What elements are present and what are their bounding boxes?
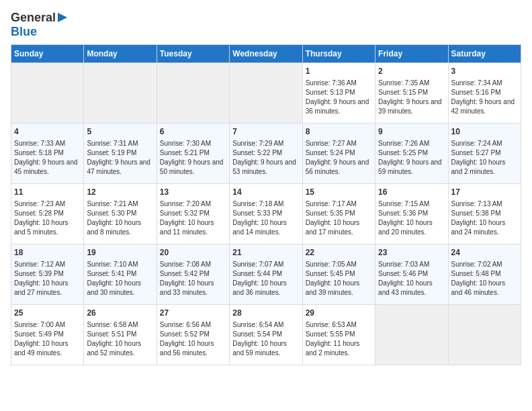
calendar-cell: 24Sunrise: 7:02 AMSunset: 5:48 PMDayligh… (448, 244, 521, 305)
sunset-text: Sunset: 5:30 PM (87, 210, 136, 217)
calendar-cell (375, 305, 448, 365)
sunrise-text: Sunrise: 7:05 AM (306, 261, 357, 268)
daylight-text: Daylight: 10 hours and 2 minutes. (451, 158, 506, 175)
day-number: 26 (87, 308, 153, 319)
calendar-cell: 5Sunrise: 7:31 AMSunset: 5:19 PMDaylight… (84, 124, 157, 184)
sunrise-text: Sunrise: 7:00 AM (14, 321, 65, 328)
sunrise-text: Sunrise: 6:53 AM (306, 321, 357, 328)
day-number: 5 (87, 126, 153, 138)
sunrise-text: Sunrise: 7:29 AM (232, 140, 283, 147)
page-header: General Blue (11, 11, 521, 39)
day-number: 13 (160, 187, 226, 198)
sunrise-text: Sunrise: 6:56 AM (160, 321, 211, 328)
logo: General Blue (11, 11, 67, 39)
sunset-text: Sunset: 5:54 PM (232, 330, 282, 338)
calendar-cell (230, 63, 302, 124)
daylight-text: Daylight: 10 hours and 56 minutes. (160, 340, 214, 357)
sunset-text: Sunset: 5:42 PM (160, 270, 210, 277)
daylight-text: Daylight: 10 hours and 59 minutes. (232, 340, 287, 357)
weekday-header-tuesday: Tuesday (157, 45, 229, 63)
sunset-text: Sunset: 5:51 PM (87, 330, 136, 338)
sunset-text: Sunset: 5:38 PM (451, 210, 501, 217)
sunrise-text: Sunrise: 7:26 AM (378, 140, 429, 147)
daylight-text: Daylight: 9 hours and 50 minutes. (160, 158, 224, 175)
calendar-cell: 13Sunrise: 7:20 AMSunset: 5:32 PMDayligh… (157, 184, 229, 244)
sunrise-text: Sunrise: 7:33 AM (14, 140, 65, 147)
daylight-text: Daylight: 10 hours and 24 minutes. (451, 219, 506, 236)
calendar-cell: 19Sunrise: 7:10 AMSunset: 5:41 PMDayligh… (84, 244, 157, 305)
daylight-text: Daylight: 11 hours and 2 minutes. (306, 340, 360, 357)
daylight-text: Daylight: 9 hours and 53 minutes. (232, 158, 296, 175)
calendar-cell: 3Sunrise: 7:34 AMSunset: 5:16 PMDaylight… (448, 63, 521, 124)
calendar-cell (448, 305, 521, 365)
day-number: 1 (306, 66, 372, 77)
sunset-text: Sunset: 5:55 PM (306, 330, 355, 338)
sunrise-text: Sunrise: 7:36 AM (306, 79, 357, 87)
sunrise-text: Sunrise: 7:07 AM (232, 261, 283, 268)
day-number: 17 (451, 187, 518, 198)
daylight-text: Daylight: 9 hours and 56 minutes. (306, 158, 369, 175)
calendar-cell: 8Sunrise: 7:27 AMSunset: 5:24 PMDaylight… (302, 124, 375, 184)
daylight-text: Daylight: 10 hours and 14 minutes. (232, 219, 287, 236)
sunrise-text: Sunrise: 7:24 AM (451, 140, 502, 147)
day-number: 29 (306, 308, 372, 319)
calendar-cell: 21Sunrise: 7:07 AMSunset: 5:44 PMDayligh… (230, 244, 302, 305)
sunset-text: Sunset: 5:39 PM (14, 270, 64, 277)
week-row-2: 4Sunrise: 7:33 AMSunset: 5:18 PMDaylight… (11, 124, 521, 184)
day-number: 24 (451, 247, 518, 259)
sunrise-text: Sunrise: 6:54 AM (232, 321, 283, 328)
weekday-header-sunday: Sunday (11, 45, 84, 63)
calendar-cell: 14Sunrise: 7:18 AMSunset: 5:33 PMDayligh… (230, 184, 302, 244)
sunset-text: Sunset: 5:15 PM (378, 89, 428, 96)
sunset-text: Sunset: 5:33 PM (232, 210, 282, 217)
sunrise-text: Sunrise: 7:03 AM (378, 261, 429, 268)
sunset-text: Sunset: 5:49 PM (14, 330, 64, 338)
sunrise-text: Sunrise: 7:31 AM (87, 140, 138, 147)
sunrise-text: Sunrise: 7:10 AM (87, 261, 138, 268)
sunrise-text: Sunrise: 6:58 AM (87, 321, 138, 328)
sunset-text: Sunset: 5:27 PM (451, 149, 501, 156)
daylight-text: Daylight: 10 hours and 11 minutes. (160, 219, 214, 236)
daylight-text: Daylight: 9 hours and 36 minutes. (306, 98, 369, 115)
daylight-text: Daylight: 9 hours and 59 minutes. (378, 158, 442, 175)
calendar-cell: 25Sunrise: 7:00 AMSunset: 5:49 PMDayligh… (11, 305, 84, 365)
sunset-text: Sunset: 5:18 PM (14, 149, 64, 156)
day-number: 10 (451, 126, 518, 138)
sunrise-text: Sunrise: 7:21 AM (87, 200, 138, 208)
weekday-header-wednesday: Wednesday (230, 45, 302, 63)
calendar-cell: 11Sunrise: 7:23 AMSunset: 5:28 PMDayligh… (11, 184, 84, 244)
weekday-header-saturday: Saturday (448, 45, 521, 63)
calendar-cell: 29Sunrise: 6:53 AMSunset: 5:55 PMDayligh… (302, 305, 375, 365)
sunrise-text: Sunrise: 7:30 AM (160, 140, 211, 147)
day-number: 15 (306, 187, 372, 198)
day-number: 27 (160, 308, 226, 319)
logo-arrow-icon (58, 13, 67, 25)
day-number: 3 (451, 66, 518, 77)
calendar-cell: 27Sunrise: 6:56 AMSunset: 5:52 PMDayligh… (157, 305, 229, 365)
sunset-text: Sunset: 5:32 PM (160, 210, 210, 217)
calendar-cell: 12Sunrise: 7:21 AMSunset: 5:30 PMDayligh… (84, 184, 157, 244)
calendar-cell: 10Sunrise: 7:24 AMSunset: 5:27 PMDayligh… (448, 124, 521, 184)
sunrise-text: Sunrise: 7:18 AM (232, 200, 283, 208)
calendar-cell: 23Sunrise: 7:03 AMSunset: 5:46 PMDayligh… (375, 244, 448, 305)
sunset-text: Sunset: 5:22 PM (232, 149, 282, 156)
calendar-cell: 17Sunrise: 7:13 AMSunset: 5:38 PMDayligh… (448, 184, 521, 244)
day-number: 4 (14, 126, 81, 138)
week-row-1: 1Sunrise: 7:36 AMSunset: 5:13 PMDaylight… (11, 63, 521, 124)
sunset-text: Sunset: 5:52 PM (160, 330, 210, 338)
sunrise-text: Sunrise: 7:34 AM (451, 79, 502, 87)
sunrise-text: Sunrise: 7:35 AM (378, 79, 429, 87)
sunrise-text: Sunrise: 7:12 AM (14, 261, 65, 268)
day-number: 11 (14, 187, 81, 198)
day-number: 7 (232, 126, 299, 138)
day-number: 16 (378, 187, 445, 198)
daylight-text: Daylight: 10 hours and 20 minutes. (378, 219, 433, 236)
sunrise-text: Sunrise: 7:17 AM (306, 200, 357, 208)
daylight-text: Daylight: 10 hours and 30 minutes. (87, 279, 141, 296)
sunrise-text: Sunrise: 7:15 AM (378, 200, 429, 208)
sunset-text: Sunset: 5:21 PM (160, 149, 210, 156)
sunrise-text: Sunrise: 7:23 AM (14, 200, 65, 208)
day-number: 6 (160, 126, 226, 138)
calendar-cell: 22Sunrise: 7:05 AMSunset: 5:45 PMDayligh… (302, 244, 375, 305)
day-number: 12 (87, 187, 153, 198)
